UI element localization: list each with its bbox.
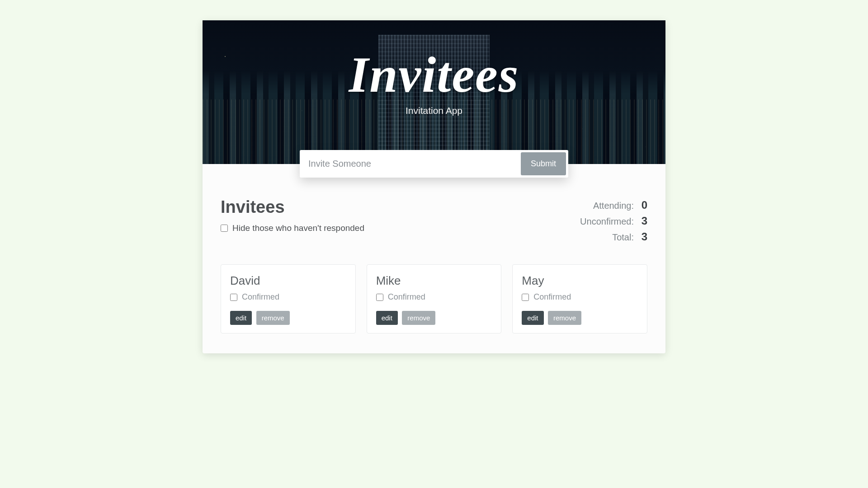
- confirmed-text: Confirmed: [533, 292, 571, 302]
- filter-responded-text: Hide those who haven't responded: [232, 223, 364, 233]
- confirmed-checkbox[interactable]: [230, 294, 237, 301]
- confirmed-label[interactable]: Confirmed: [522, 292, 638, 302]
- confirmed-label[interactable]: Confirmed: [230, 292, 346, 302]
- invitee-list: David Confirmed edit remove Mike Confirm…: [221, 264, 647, 333]
- attending-value: 0: [639, 197, 647, 213]
- remove-button[interactable]: remove: [548, 311, 581, 325]
- filter-responded-label[interactable]: Hide those who haven't responded: [221, 223, 364, 233]
- invitee-name: Mike: [376, 274, 492, 288]
- main-content: Invitees Hide those who haven't responde…: [203, 164, 665, 353]
- invitee-name: May: [522, 274, 638, 288]
- app-subtitle: Invitation App: [203, 105, 665, 116]
- confirmed-checkbox[interactable]: [522, 294, 529, 301]
- submit-button[interactable]: Submit: [521, 152, 566, 175]
- invite-input[interactable]: [302, 152, 521, 175]
- header: Invitees Invitation App: [203, 20, 665, 164]
- unconfirmed-value: 3: [639, 213, 647, 229]
- confirmed-label[interactable]: Confirmed: [376, 292, 492, 302]
- attending-label: Attending:: [593, 199, 634, 212]
- unconfirmed-label: Unconfirmed:: [580, 215, 634, 228]
- stats-counter: Attending: 0 Unconfirmed: 3 Total: 3: [580, 197, 647, 244]
- total-value: 3: [639, 229, 647, 245]
- invitees-heading: Invitees: [221, 197, 364, 217]
- remove-button[interactable]: remove: [402, 311, 435, 325]
- invite-form: Submit: [300, 150, 568, 178]
- app-wrapper: Invitees Invitation App Submit Invitees …: [203, 20, 665, 353]
- confirmed-text: Confirmed: [242, 292, 279, 302]
- filter-responded-checkbox[interactable]: [221, 225, 228, 232]
- invitee-card: May Confirmed edit remove: [512, 264, 647, 333]
- invitee-card: Mike Confirmed edit remove: [367, 264, 502, 333]
- confirmed-text: Confirmed: [388, 292, 425, 302]
- app-title: Invitees: [203, 20, 665, 102]
- remove-button[interactable]: remove: [256, 311, 290, 325]
- total-label: Total:: [612, 231, 634, 244]
- invitee-card: David Confirmed edit remove: [221, 264, 356, 333]
- invitee-name: David: [230, 274, 346, 288]
- edit-button[interactable]: edit: [522, 311, 543, 325]
- confirmed-checkbox[interactable]: [376, 294, 383, 301]
- edit-button[interactable]: edit: [376, 311, 398, 325]
- edit-button[interactable]: edit: [230, 311, 252, 325]
